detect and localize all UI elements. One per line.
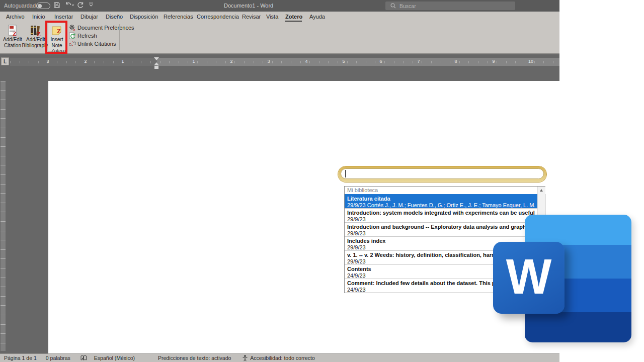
- left-indent-marker[interactable]: [154, 66, 158, 69]
- tab-disposicion[interactable]: Disposición: [128, 12, 158, 22]
- list-item[interactable]: Contents 24/9/23: [345, 264, 537, 279]
- autosave-toggle[interactable]: [36, 3, 50, 9]
- scrollbar[interactable]: [537, 187, 545, 293]
- word-count[interactable]: 0 palabras: [46, 355, 70, 361]
- list-item[interactable]: Introduction and background -- Explorato…: [345, 222, 537, 236]
- item-subtitle: 24/9/23: [347, 273, 535, 279]
- scrollbar-up-icon[interactable]: [538, 187, 545, 194]
- undo-button[interactable]: [64, 2, 74, 9]
- item-subtitle: 29/9/23: [347, 244, 535, 250]
- language-indicator[interactable]: Español (México): [94, 355, 135, 361]
- ruler-number: 6: [379, 59, 382, 64]
- ruler-number: 10: [528, 59, 533, 64]
- svg-text:Z: Z: [13, 30, 17, 37]
- save-button[interactable]: [53, 2, 60, 9]
- text-predictions[interactable]: Predicciones de texto: activado: [158, 355, 231, 361]
- ruler-number: 2: [84, 59, 87, 64]
- item-subtitle: 29/9/23: [347, 230, 535, 236]
- refresh-icon: [68, 32, 76, 39]
- list-item[interactable]: Literatura citada 29/9/23 Cortés J., J. …: [345, 194, 537, 208]
- qat-menu-icon: [89, 2, 94, 8]
- refresh-button[interactable]: Refresh: [68, 32, 134, 40]
- accessibility-status[interactable]: Accesibilidad: todo correcto: [250, 355, 314, 361]
- list-item[interactable]: Includes index 29/9/23: [345, 236, 537, 250]
- search-icon: [390, 3, 396, 9]
- highlight-box: [45, 21, 67, 54]
- tab-referencias[interactable]: Referencias: [162, 12, 192, 22]
- tab-vista[interactable]: Vista: [264, 12, 279, 22]
- group-divider: [119, 24, 120, 50]
- tab-revisar[interactable]: Revisar: [240, 12, 261, 22]
- tab-zotero[interactable]: Zotero: [283, 12, 303, 22]
- ruler-number: 1: [121, 59, 124, 64]
- gear-icon: z: [68, 24, 76, 31]
- item-title: Literatura citada: [347, 195, 535, 202]
- svg-text:Z: Z: [37, 31, 41, 37]
- status-bar: Página 1 de 1 0 palabras Español (México…: [0, 353, 559, 362]
- hanging-indent-marker[interactable]: [154, 62, 159, 65]
- undo-icon: [64, 2, 74, 9]
- ruler-number: 7: [417, 59, 420, 64]
- tab-archivo[interactable]: Archivo: [4, 12, 27, 22]
- document-preferences-button[interactable]: z Document Preferences: [68, 24, 134, 32]
- tab-diseno[interactable]: Diseño: [104, 12, 125, 22]
- window-title: Documento1 - Word: [224, 3, 355, 9]
- button-label: Refresh: [77, 33, 97, 39]
- add-edit-citation-button[interactable]: Z Add/Edit Citation: [1, 24, 24, 52]
- item-title: Introduction and background -- Explorato…: [347, 223, 535, 230]
- item-subtitle: 29/9/23 Cortés J., J. M.; Fuentes D., G.…: [347, 202, 535, 208]
- button-label: Add/Edit: [26, 37, 45, 43]
- titlebar: Autoguardado Documento1 - Word: [0, 0, 559, 12]
- bibliography-icon: Z: [30, 24, 42, 37]
- list-item[interactable]: v. 1. -- v. 2 Weeds: history, definition…: [345, 250, 537, 264]
- item-subtitle: 29/9/23: [347, 258, 535, 264]
- zotero-citation-bar[interactable]: [338, 166, 546, 182]
- list-item[interactable]: Introduction: system models integrated w…: [345, 208, 537, 222]
- item-title: Comment: Included few details about the …: [347, 280, 535, 287]
- ribbon-tabs: Archivo Inicio Insertar Dibujar Diseño D…: [0, 12, 559, 22]
- ruler-number: 3: [46, 59, 49, 64]
- proofing-icon[interactable]: [80, 355, 87, 361]
- button-label: Citation: [4, 43, 21, 49]
- item-subtitle: 24/9/23: [347, 287, 535, 293]
- autosave-label: Autoguardado: [4, 3, 39, 9]
- ruler-ticks: [10, 58, 559, 66]
- search-input[interactable]: [399, 3, 500, 9]
- page-indicator[interactable]: Página 1 de 1: [4, 355, 37, 361]
- qat-menu-button[interactable]: [89, 2, 94, 8]
- library-header: Mi biblioteca: [345, 187, 545, 194]
- ruler-number: 5: [342, 59, 345, 64]
- accessibility-icon[interactable]: [242, 355, 248, 361]
- item-subtitle: 29/9/23: [347, 216, 535, 222]
- ruler-number: 4: [305, 59, 307, 64]
- titlebar-search[interactable]: [385, 2, 515, 10]
- button-label: Add/Edit: [3, 37, 22, 43]
- ruler-number: 3: [267, 59, 270, 64]
- add-edit-bibliography-button[interactable]: Z Add/Edit Bibliography: [24, 24, 47, 52]
- horizontal-ruler: 3 2 1 1 2 3 4 5 6 7 8 9 10: [10, 58, 559, 66]
- tab-dibujar[interactable]: Dibujar: [78, 12, 100, 22]
- tab-correspondencia[interactable]: Correspondencia: [195, 12, 236, 22]
- text-cursor: [345, 170, 346, 177]
- unlink-icon: [68, 40, 76, 47]
- item-title: v. 1. -- v. 2 Weeds: history, definition…: [347, 251, 535, 258]
- button-label: Document Preferences: [77, 25, 134, 31]
- vertical-ruler: [1, 81, 6, 351]
- ruler-number: 8: [454, 59, 457, 64]
- ruler-number: 2: [230, 59, 232, 64]
- ruler-zone: L 3 2 1 1 2 3 4 5 6 7 8 9 10: [0, 54, 559, 69]
- zotero-citation-input[interactable]: [341, 168, 544, 179]
- item-title: Introduction: system models integrated w…: [347, 209, 535, 216]
- word-window: Autoguardado Documento1 - Word Archivo I…: [0, 0, 559, 362]
- item-title: Includes index: [347, 237, 535, 244]
- first-line-indent-marker[interactable]: [154, 57, 159, 60]
- ruler-number: 9: [492, 59, 495, 64]
- list-item[interactable]: Comment: Included few details about the …: [345, 279, 537, 293]
- unlink-citations-button[interactable]: Unlink Citations: [68, 40, 134, 48]
- toggle-knob-icon: [38, 4, 42, 8]
- button-label: Unlink Citations: [77, 41, 116, 47]
- tab-ayuda[interactable]: Ayuda: [307, 12, 326, 22]
- item-title: Contents: [347, 265, 535, 273]
- tab-selector-box[interactable]: L: [1, 57, 9, 65]
- redo-button[interactable]: [77, 2, 84, 9]
